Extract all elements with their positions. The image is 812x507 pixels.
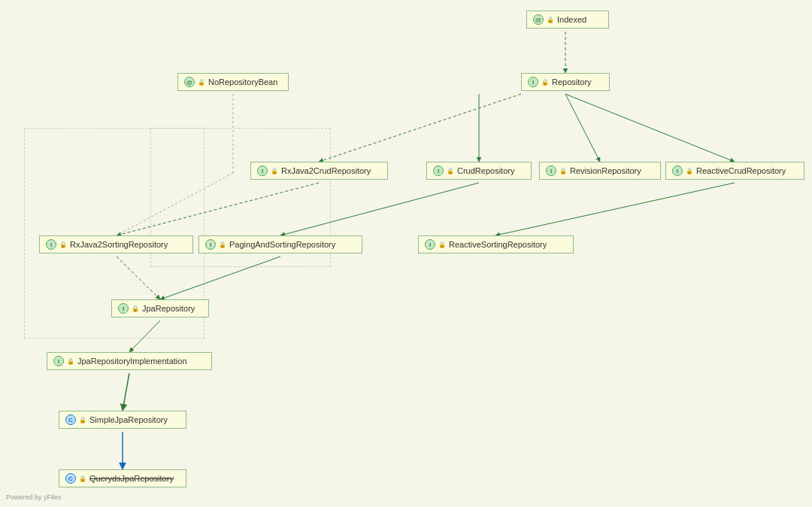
node-crud: I 🔒 CrudRepository [426,162,532,180]
node-reactive-crud: I 🔒 ReactiveCrudRepository [665,162,804,180]
node-crud-label: CrudRepository [457,166,514,175]
lock-icon-jpa: 🔒 [132,305,139,312]
lock-icon-queryds: 🔒 [79,475,86,482]
node-rxjava2sorting: I 🔒 RxJava2SortingRepository [39,235,193,254]
node-jpa-label: JpaRepository [142,304,195,313]
lock-icon-crud: 🔒 [447,168,454,175]
svg-line-4 [319,94,521,162]
node-rxjava2crud: I 🔒 RxJava2CrudRepository [250,162,388,180]
powered-by: Powered by yFiles [6,493,62,501]
interface-icon-repository: I [528,77,538,87]
node-reactive-sorting: I 🔒 ReactiveSortingRepository [418,235,574,254]
node-indexed-label: Indexed [557,15,586,24]
node-rxjava2sorting-label: RxJava2SortingRepository [70,240,168,249]
lock-icon-repository: 🔒 [541,79,549,86]
interface-icon-crud: I [433,165,444,176]
node-repository-label: Repository [552,77,592,87]
node-queryds-label: QuerydsJpaRepository [89,474,174,483]
node-indexed: @ 🔒 Indexed [526,11,609,29]
node-revision: I 🔒 RevisionRepository [539,162,661,180]
node-reactive-sorting-label: ReactiveSortingRepository [449,240,547,249]
interface-icon-paging: I [205,239,216,250]
lock-icon-paging: 🔒 [219,241,226,248]
lock-icon-rxjava2sorting: 🔒 [59,241,67,248]
interface-icon-jpa-impl: I [53,356,64,366]
node-reactive-crud-label: ReactiveCrudRepository [696,166,786,175]
interface-icon-rxjava2crud: I [257,165,268,176]
interface-icon-reactive-crud: I [672,165,683,176]
interface-icon-reactive-sorting: I [425,239,435,250]
svg-line-11 [123,373,129,411]
node-nrb-label: NoRepositoryBean [208,77,277,87]
diagram-container: @ 🔒 Indexed I 🔒 Repository @ 🔒 NoReposit… [0,0,812,507]
node-queryds-jpa: C 🔒 QuerydsJpaRepository [59,469,186,487]
lock-icon-reactive-sorting: 🔒 [438,241,446,248]
node-no-repository-bean: @ 🔒 NoRepositoryBean [177,73,289,91]
lock-icon-reactive-crud: 🔒 [686,168,693,175]
node-simple-jpa: C 🔒 SimpleJpaRepository [59,411,186,429]
interface-icon-jpa: I [118,303,129,314]
node-rxjava2crud-label: RxJava2CrudRepository [281,166,371,175]
node-simple-jpa-label: SimpleJpaRepository [89,415,168,424]
lock-icon-rxjava2crud: 🔒 [271,168,278,175]
interface-icon-rxjava2sorting: I [46,239,56,250]
lock-icon-jpa-impl: 🔒 [67,358,74,365]
annotation-icon: @ [533,14,544,25]
node-paging-label: PagingAndSortingRepository [229,240,335,249]
lock-icon-indexed: 🔒 [547,17,554,23]
node-paging-sorting: I 🔒 PagingAndSortingRepository [198,235,362,254]
lock-icon-revision: 🔒 [559,168,567,175]
svg-line-6 [495,183,735,235]
node-jpa: I 🔒 JpaRepository [111,299,209,317]
lock-icon-nrb: 🔒 [198,79,205,86]
interface-icon-revision: I [546,165,556,176]
svg-line-3 [565,94,735,162]
class-icon-simple-jpa: C [65,414,76,425]
lock-icon-simple-jpa: 🔒 [79,417,86,424]
node-jpa-impl-label: JpaRepositoryImplementation [77,357,187,366]
svg-line-2 [565,94,600,162]
node-repository: I 🔒 Repository [521,73,610,91]
node-revision-label: RevisionRepository [570,166,641,175]
node-jpa-impl: I 🔒 JpaRepositoryImplementation [47,352,212,370]
annotation-icon-nrb: @ [184,77,195,87]
class-icon-queryds: C [65,473,76,484]
